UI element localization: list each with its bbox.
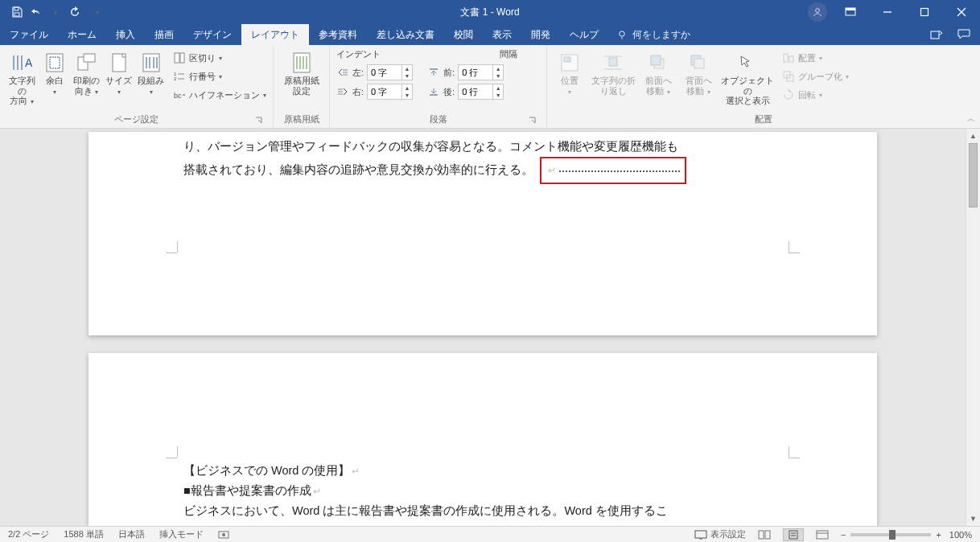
- spacing-after-value[interactable]: [459, 87, 492, 96]
- zoom-level[interactable]: 100%: [949, 530, 972, 540]
- spacing-header: 間隔: [427, 48, 541, 62]
- paragraph-launcher-icon[interactable]: [529, 117, 538, 126]
- indent-right-input[interactable]: ▲▼: [367, 84, 413, 100]
- spin-down-icon[interactable]: ▼: [493, 72, 503, 80]
- zoom-thumb[interactable]: [889, 530, 896, 540]
- manuscript-label: 原稿用紙 設定: [284, 76, 319, 96]
- hyphenation-button[interactable]: bc ハイフネーション▾: [173, 87, 266, 103]
- web-layout-view-icon[interactable]: [812, 528, 833, 541]
- zoom-slider[interactable]: − +: [841, 530, 941, 540]
- tab-insert[interactable]: 挿入: [106, 24, 145, 45]
- page-1[interactable]: り、バージョン管理やフィードバックの収集が容易となる。コメント機能や変更履歴機能…: [89, 132, 877, 335]
- spin-down-icon[interactable]: ▼: [402, 92, 412, 99]
- send-backward-icon: [686, 51, 711, 74]
- scrollbar-thumb[interactable]: [969, 143, 978, 207]
- display-settings-button[interactable]: 表示設定: [694, 528, 746, 540]
- comments-icon[interactable]: [957, 29, 970, 40]
- svg-rect-16: [47, 54, 63, 72]
- spin-up-icon[interactable]: ▲: [493, 65, 503, 72]
- vertical-scrollbar[interactable]: ▲ ▼: [966, 129, 980, 526]
- breaks-icon: [173, 51, 186, 64]
- orientation-button[interactable]: 印刷の 向き ▾: [72, 48, 101, 96]
- read-mode-view-icon[interactable]: [754, 528, 775, 541]
- spin-down-icon[interactable]: ▼: [402, 72, 412, 80]
- svg-rect-4: [846, 8, 855, 10]
- manuscript-button[interactable]: 原稿用紙 設定: [280, 48, 323, 96]
- indent-right-label: 右:: [352, 86, 364, 98]
- tab-file[interactable]: ファイル: [0, 24, 58, 45]
- spacing-before-value[interactable]: [459, 68, 492, 77]
- status-language[interactable]: 日本語: [118, 528, 145, 540]
- qat-customize-icon[interactable]: ▾: [90, 5, 105, 19]
- spin-up-icon[interactable]: ▲: [402, 65, 412, 72]
- tell-me-search[interactable]: 何をしますか: [616, 24, 690, 45]
- tab-layout[interactable]: レイアウト: [241, 24, 309, 45]
- spin-up-icon[interactable]: ▲: [402, 84, 412, 92]
- status-page[interactable]: 2/2 ページ: [8, 528, 49, 540]
- text-direction-button[interactable]: A 文字列の 方向 ▾: [6, 48, 37, 106]
- size-button[interactable]: サイズ▾: [105, 48, 132, 96]
- tab-help[interactable]: ヘルプ: [560, 24, 608, 45]
- spacing-before-icon: [427, 66, 440, 79]
- indent-left-value[interactable]: [368, 68, 401, 77]
- print-layout-view-icon[interactable]: [783, 528, 804, 541]
- share-icon[interactable]: [930, 29, 943, 40]
- line-numbers-button[interactable]: 12 行番号▾: [173, 68, 266, 84]
- spin-down-icon[interactable]: ▼: [493, 92, 503, 99]
- tab-references[interactable]: 参考資料: [309, 24, 367, 45]
- tab-view[interactable]: 表示: [483, 24, 521, 45]
- status-word-count[interactable]: 1588 単語: [64, 528, 104, 540]
- ribbon-display-options-icon[interactable]: [832, 0, 869, 24]
- svg-text:A: A: [25, 56, 33, 69]
- svg-point-2: [816, 9, 820, 13]
- minimize-button[interactable]: [869, 0, 906, 24]
- size-icon: [106, 51, 132, 74]
- tab-draw[interactable]: 描画: [145, 24, 183, 45]
- margins-button[interactable]: 余白▾: [42, 48, 68, 96]
- rotate-label: 回転: [798, 89, 816, 101]
- undo-icon[interactable]: [29, 5, 43, 19]
- redo-icon[interactable]: [68, 5, 82, 19]
- save-icon[interactable]: [10, 5, 24, 19]
- send-backward-button: 背面へ 移動 ▾: [681, 48, 716, 96]
- svg-rect-56: [784, 54, 788, 62]
- close-button[interactable]: [943, 0, 980, 24]
- account-avatar[interactable]: [808, 2, 827, 22]
- status-insert-mode[interactable]: 挿入モード: [159, 528, 204, 540]
- svg-rect-6: [921, 9, 929, 16]
- zoom-track[interactable]: [850, 533, 931, 536]
- breaks-button[interactable]: 区切り▾: [173, 50, 266, 66]
- maximize-button[interactable]: [906, 0, 943, 24]
- page-2[interactable]: 【ビジネスでの Word の使用】↵ ■報告書や提案書の作成↵ ビジネスにおいて…: [89, 353, 877, 526]
- tab-home[interactable]: ホーム: [58, 24, 106, 45]
- svg-text:2: 2: [174, 76, 177, 81]
- columns-icon: [138, 51, 164, 74]
- tab-developer[interactable]: 開発: [521, 24, 560, 45]
- selection-pane-button[interactable]: オブジェクトの 選択と表示: [721, 48, 774, 106]
- spacing-before-input[interactable]: ▲▼: [458, 64, 504, 80]
- macro-recording-icon[interactable]: [218, 530, 229, 540]
- zoom-in-icon[interactable]: +: [936, 530, 941, 540]
- undo-dropdown-icon[interactable]: ▾: [48, 5, 63, 19]
- tab-mailings[interactable]: 差し込み文書: [367, 24, 444, 45]
- indent-right-icon: [336, 85, 349, 98]
- page-setup-launcher-icon[interactable]: [255, 117, 265, 126]
- spacing-after-input[interactable]: ▲▼: [458, 84, 504, 100]
- wrap-text-button: 文字列の折 り返し: [591, 48, 636, 96]
- collapse-ribbon-icon[interactable]: ︿: [967, 113, 975, 125]
- spin-up-icon[interactable]: ▲: [493, 84, 503, 92]
- align-button: 配置▾: [782, 50, 849, 66]
- zoom-out-icon[interactable]: −: [841, 530, 846, 540]
- indent-left-input[interactable]: ▲▼: [367, 64, 413, 80]
- tab-review[interactable]: 校閲: [444, 24, 483, 45]
- indent-right-value[interactable]: [368, 87, 401, 96]
- columns-label: 段組み: [138, 76, 164, 85]
- scroll-up-icon[interactable]: ▲: [966, 129, 980, 143]
- columns-button[interactable]: 段組み▾: [137, 48, 165, 96]
- scroll-down-icon[interactable]: ▼: [966, 511, 980, 526]
- paragraph-mark-icon: ↵: [352, 466, 360, 477]
- tab-design[interactable]: デザイン: [183, 24, 241, 45]
- line-numbers-icon: 12: [173, 70, 186, 83]
- paragraph-mark-icon: ↵: [548, 165, 556, 176]
- wrap-text-icon: [600, 51, 626, 74]
